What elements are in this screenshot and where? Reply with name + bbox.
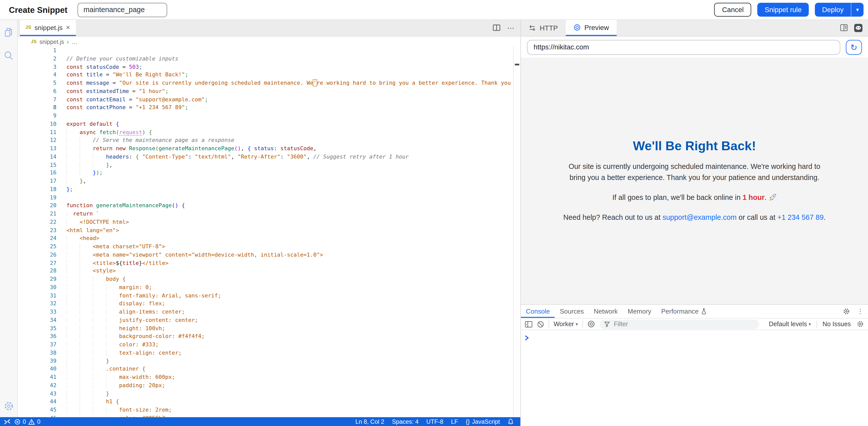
cursor-position[interactable]: Ln 8, Col 2 <box>355 418 384 425</box>
code-editor[interactable]: 12// Define your customizable inputs3con… <box>18 47 520 417</box>
code-line[interactable]: 15 }, <box>18 161 520 169</box>
code-line[interactable]: 45 font-size: 2rem; <box>18 406 520 414</box>
line-number[interactable]: 20 <box>18 202 56 210</box>
line-number[interactable]: 34 <box>18 316 56 324</box>
code-line[interactable]: 29 body { <box>18 275 520 283</box>
code-line[interactable]: 44 h1 { <box>18 398 520 406</box>
line-number[interactable]: 38 <box>18 349 56 357</box>
code-line[interactable]: 26 <meta name="viewport" content="width=… <box>18 251 520 259</box>
code-line[interactable]: 16 }); <box>18 169 520 177</box>
line-number[interactable]: 41 <box>18 373 56 381</box>
cancel-button[interactable]: Cancel <box>714 3 751 17</box>
line-number[interactable]: 18 <box>18 186 56 194</box>
line-number[interactable]: 33 <box>18 308 56 316</box>
code-line[interactable]: 14 headers: { "Content-Type": "text/html… <box>18 153 520 161</box>
line-number[interactable]: 13 <box>18 145 56 153</box>
code-line[interactable]: 17 }, <box>18 177 520 185</box>
tab-performance[interactable]: Performance <box>656 305 712 318</box>
code-line[interactable]: 46 color: #0056b3; <box>18 414 520 417</box>
line-number[interactable]: 39 <box>18 357 56 365</box>
files-icon[interactable] <box>3 26 14 37</box>
line-number[interactable]: 3 <box>18 63 56 71</box>
code-line[interactable]: 30 margin: 0; <box>18 284 520 292</box>
line-number[interactable]: 28 <box>18 267 56 275</box>
editor-scrollbar[interactable] <box>513 47 520 417</box>
search-icon[interactable] <box>3 50 14 61</box>
kebab-menu-icon[interactable]: ⋮ <box>857 308 864 315</box>
line-number[interactable]: 8 <box>18 104 56 112</box>
line-number[interactable]: 2 <box>18 55 56 63</box>
line-number[interactable]: 19 <box>18 194 56 202</box>
line-number[interactable]: 22 <box>18 218 56 226</box>
line-number[interactable]: 31 <box>18 292 56 300</box>
tab-preview[interactable]: Preview <box>565 20 617 36</box>
code-line[interactable]: 21 return ` <box>18 210 520 218</box>
console-output[interactable] <box>521 330 868 426</box>
filter-input[interactable] <box>613 320 755 328</box>
live-expression-eye-icon[interactable] <box>587 320 595 328</box>
deploy-dropdown-button[interactable]: ▾ <box>851 3 864 17</box>
code-line[interactable]: 19 <box>18 194 520 202</box>
code-line[interactable]: 2// Define your customizable inputs <box>18 55 520 63</box>
close-icon[interactable]: × <box>66 24 70 31</box>
devtools-settings-icon[interactable] <box>842 308 850 315</box>
docs-icon[interactable] <box>840 24 848 32</box>
line-number[interactable]: 45 <box>18 406 56 414</box>
line-number[interactable]: 24 <box>18 234 56 243</box>
problems-indicator[interactable]: 0 0 <box>14 418 40 425</box>
code-line[interactable]: 31 font-family: Arial, sans-serif; <box>18 292 520 300</box>
line-number[interactable]: 16 <box>18 169 56 177</box>
code-line[interactable]: 37 color: #333; <box>18 341 520 349</box>
line-number[interactable]: 15 <box>18 161 56 169</box>
tab-snippet-js[interactable]: JS snippet.js × <box>20 20 75 36</box>
code-line[interactable]: 36 background-color: #f4f4f4; <box>18 333 520 341</box>
code-line[interactable]: 12 // Serve the maintenance page as a re… <box>18 136 520 144</box>
code-line[interactable]: 40 .container { <box>18 365 520 373</box>
line-number[interactable]: 36 <box>18 333 56 341</box>
code-line[interactable]: 7const contactEmail = "support@example.c… <box>18 95 520 104</box>
encoding-setting[interactable]: UTF-8 <box>427 418 443 425</box>
support-email-link[interactable]: support@example.com <box>662 213 737 222</box>
breadcrumb-more[interactable]: … <box>71 38 77 45</box>
code-line[interactable]: 27 <title>${title}</title> <box>18 259 520 267</box>
log-levels-selector[interactable]: Default levels ▾ <box>769 321 811 327</box>
code-line[interactable]: 42 padding: 20px; <box>18 381 520 390</box>
discord-icon[interactable] <box>854 24 863 32</box>
line-number[interactable]: 14 <box>18 153 56 161</box>
line-number[interactable]: 29 <box>18 275 56 283</box>
code-line[interactable]: 24 <head> <box>18 234 520 243</box>
code-line[interactable]: 32 display: flex; <box>18 300 520 308</box>
line-number[interactable]: 30 <box>18 284 56 292</box>
url-input[interactable] <box>527 39 840 54</box>
code-line[interactable]: 28 <style> <box>18 267 520 275</box>
line-number[interactable]: 10 <box>18 120 56 128</box>
line-number[interactable]: 1 <box>18 47 56 55</box>
remote-indicator-icon[interactable] <box>4 418 10 425</box>
tab-sources[interactable]: Sources <box>555 305 589 318</box>
refresh-button[interactable]: ↻ <box>846 39 862 54</box>
tab-memory[interactable]: Memory <box>623 305 656 318</box>
code-line[interactable]: 23<html lang="en"> <box>18 226 520 234</box>
line-number[interactable]: 40 <box>18 365 56 373</box>
line-number[interactable]: 44 <box>18 398 56 406</box>
language-mode[interactable]: {} JavaScript <box>466 418 500 425</box>
tab-http[interactable]: HTTP <box>521 20 565 36</box>
more-actions-icon[interactable]: ⋯ <box>507 24 515 32</box>
code-line[interactable]: 34 justify-content: center; <box>18 316 520 324</box>
split-editor-icon[interactable] <box>493 24 500 31</box>
line-number[interactable]: 27 <box>18 259 56 267</box>
console-settings-icon[interactable] <box>857 320 864 328</box>
line-number[interactable]: 26 <box>18 251 56 259</box>
snippet-name-input[interactable] <box>77 2 167 17</box>
notifications-bell-icon[interactable] <box>507 418 514 425</box>
code-line[interactable]: 8const contactPhone = "+1 234 567 89"; <box>18 104 520 112</box>
code-line[interactable]: 18}; <box>18 186 520 194</box>
line-number[interactable]: 21 <box>18 210 56 218</box>
line-number[interactable]: 12 <box>18 136 56 144</box>
line-number[interactable]: 11 <box>18 128 56 136</box>
eol-setting[interactable]: LF <box>451 418 458 425</box>
code-line[interactable]: 35 height: 100vh; <box>18 324 520 333</box>
code-line[interactable]: 6const estimatedTime = "1 hour"; <box>18 87 520 95</box>
line-number[interactable]: 7 <box>18 95 56 104</box>
deploy-button[interactable]: Deploy <box>815 3 851 17</box>
